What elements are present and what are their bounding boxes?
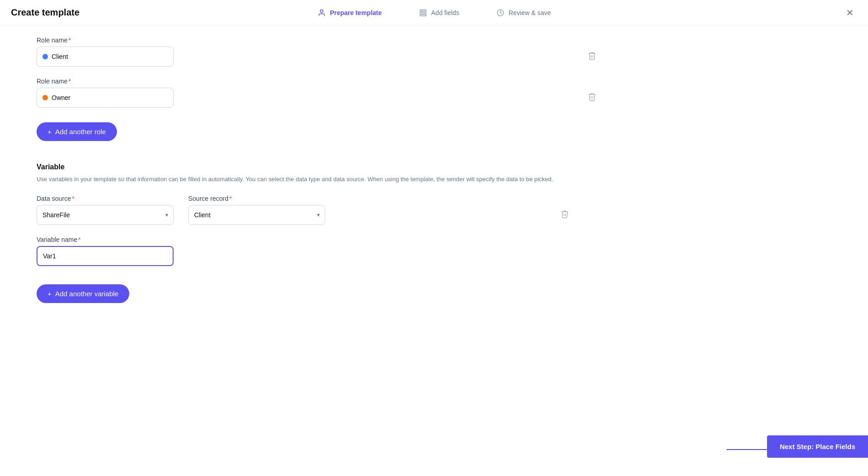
role-owner-group: Role name * Owner bbox=[37, 78, 603, 108]
add-variable-button[interactable]: + Add another variable bbox=[37, 284, 129, 303]
steps-nav: Prepare template Add fields Review & bbox=[317, 8, 551, 17]
role-client-value: Client bbox=[52, 53, 68, 60]
role-client-label: Role name * bbox=[37, 37, 576, 44]
review-icon bbox=[496, 8, 505, 17]
variable-name-label: Variable name * bbox=[37, 236, 576, 243]
trash-icon-owner bbox=[587, 92, 597, 101]
step-add-fields[interactable]: Add fields bbox=[418, 8, 459, 17]
source-record-select-wrapper: Client ▾ bbox=[188, 205, 325, 225]
add-role-button[interactable]: + Add another role bbox=[37, 122, 117, 141]
required-star-client: * bbox=[69, 37, 71, 44]
owner-dot bbox=[42, 95, 48, 100]
delete-client-button[interactable] bbox=[586, 49, 598, 62]
step-prepare[interactable]: Prepare template bbox=[317, 8, 382, 17]
add-role-label: Add another role bbox=[55, 128, 106, 136]
variable-name-group: Variable name * bbox=[37, 236, 576, 266]
person-icon bbox=[317, 8, 326, 17]
delete-variable-button[interactable] bbox=[558, 208, 571, 220]
variable-1: Data source * ShareFile ▾ Source record bbox=[37, 195, 603, 266]
step-review[interactable]: Review & save bbox=[496, 8, 551, 17]
source-record-label: Source record * bbox=[188, 195, 325, 202]
trash-icon-client bbox=[587, 51, 597, 60]
role-owner-input[interactable]: Owner bbox=[37, 88, 174, 108]
next-step-label: Next Step: Place Fields bbox=[780, 443, 855, 450]
step-review-label: Review & save bbox=[508, 9, 551, 16]
svg-point-0 bbox=[320, 10, 323, 12]
source-record-required-star: * bbox=[229, 195, 232, 202]
data-source-select-wrapper: ShareFile ▾ bbox=[37, 205, 174, 225]
variable-datasource-row: Data source * ShareFile ▾ Source record bbox=[37, 195, 576, 236]
role-owner-label: Role name * bbox=[37, 78, 576, 85]
data-source-select[interactable]: ShareFile bbox=[37, 205, 174, 225]
fields-icon bbox=[418, 8, 428, 17]
source-record-group: Source record * Client ▾ bbox=[188, 195, 325, 225]
step-prepare-label: Prepare template bbox=[330, 9, 382, 16]
add-variable-plus-icon: + bbox=[48, 290, 52, 298]
svg-rect-2 bbox=[420, 12, 426, 13]
close-button[interactable]: ✕ bbox=[842, 5, 857, 20]
variable-section: Variable Use variables in your template … bbox=[37, 163, 603, 303]
role-client-input[interactable]: Client bbox=[37, 47, 174, 67]
page-title: Create template bbox=[11, 7, 79, 18]
client-dot bbox=[42, 54, 48, 59]
svg-rect-3 bbox=[420, 14, 426, 16]
header: Create template Prepare template Add fi bbox=[0, 0, 868, 26]
variable-name-input[interactable] bbox=[37, 246, 174, 266]
step-add-fields-label: Add fields bbox=[431, 9, 459, 16]
variable-name-required-star: * bbox=[78, 236, 80, 243]
data-source-group: Data source * ShareFile ▾ bbox=[37, 195, 174, 225]
main-content: Role name * Client Role name * Owner bbox=[0, 26, 640, 314]
variable-section-title: Variable bbox=[37, 163, 603, 171]
delete-owner-button[interactable] bbox=[586, 90, 598, 103]
role-client-group: Role name * Client bbox=[37, 37, 603, 67]
next-step-button[interactable]: Next Step: Place Fields bbox=[767, 435, 868, 458]
close-icon: ✕ bbox=[846, 7, 854, 18]
data-source-required-star: * bbox=[72, 195, 74, 202]
role-owner-value: Owner bbox=[52, 94, 70, 101]
source-record-select[interactable]: Client bbox=[188, 205, 325, 225]
add-variable-label: Add another variable bbox=[55, 290, 118, 298]
variable-section-desc: Use variables in your template so that i… bbox=[37, 175, 585, 184]
required-star-owner: * bbox=[69, 78, 71, 85]
add-role-plus-icon: + bbox=[48, 128, 52, 136]
data-source-label: Data source * bbox=[37, 195, 174, 202]
trash-icon-variable bbox=[560, 209, 569, 219]
svg-rect-1 bbox=[420, 10, 426, 11]
